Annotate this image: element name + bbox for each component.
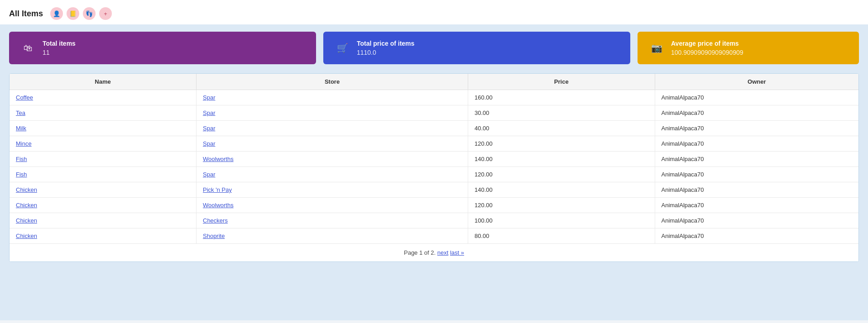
- item-store-cell[interactable]: Spar: [197, 105, 468, 121]
- item-name-cell[interactable]: Fish: [10, 152, 197, 167]
- col-header-price: Price: [468, 74, 655, 90]
- item-store-cell[interactable]: Spar: [197, 90, 468, 105]
- list-icon[interactable]: 📒: [67, 7, 79, 20]
- item-owner-cell: AnimalAlpaca70: [655, 90, 858, 105]
- item-price-cell: 100.00: [468, 213, 655, 228]
- total-price-label: Total price of items: [357, 40, 414, 47]
- table-row: MilkSpar40.00AnimalAlpaca70: [10, 121, 858, 136]
- item-name-cell[interactable]: Fish: [10, 167, 197, 182]
- item-owner-cell: AnimalAlpaca70: [655, 228, 858, 244]
- item-price-cell: 120.00: [468, 167, 655, 182]
- item-owner-cell: AnimalAlpaca70: [655, 198, 858, 213]
- item-price-cell: 140.00: [468, 152, 655, 167]
- item-store-cell[interactable]: Spar: [197, 121, 468, 136]
- item-owner-cell: AnimalAlpaca70: [655, 182, 858, 198]
- item-store-cell[interactable]: Woolworths: [197, 198, 468, 213]
- avg-price-label: Average price of items: [671, 40, 743, 47]
- col-header-owner: Owner: [655, 74, 858, 90]
- item-price-cell: 160.00: [468, 90, 655, 105]
- item-store-cell[interactable]: Pick 'n Pay: [197, 182, 468, 198]
- item-price-cell: 120.00: [468, 136, 655, 152]
- main-content: 🛍 Total items 11 🛒 Total price of items …: [0, 24, 868, 320]
- table-row: CoffeeSpar160.00AnimalAlpaca70: [10, 90, 858, 105]
- table-row: TeaSpar30.00AnimalAlpaca70: [10, 105, 858, 121]
- total-price-icon: 🛒: [334, 40, 350, 56]
- pagination: Page 1 of 2. next last »: [10, 243, 858, 261]
- table-row: FishSpar120.00AnimalAlpaca70: [10, 167, 858, 182]
- item-owner-cell: AnimalAlpaca70: [655, 213, 858, 228]
- item-name-cell[interactable]: Coffee: [10, 90, 197, 105]
- item-owner-cell: AnimalAlpaca70: [655, 167, 858, 182]
- item-price-cell: 120.00: [468, 198, 655, 213]
- stats-row: 🛍 Total items 11 🛒 Total price of items …: [9, 32, 859, 64]
- table-row: ChickenShoprite80.00AnimalAlpaca70: [10, 228, 858, 244]
- item-name-cell[interactable]: Tea: [10, 105, 197, 121]
- avg-price-value: 100.90909090909090909: [671, 49, 743, 56]
- add-icon[interactable]: +: [99, 7, 112, 20]
- col-header-store: Store: [197, 74, 468, 90]
- item-store-cell[interactable]: Checkers: [197, 213, 468, 228]
- table-row: ChickenWoolworths120.00AnimalAlpaca70: [10, 198, 858, 213]
- avg-price-info: Average price of items 100.9090909090909…: [671, 40, 743, 56]
- total-items-card: 🛍 Total items 11: [9, 32, 316, 64]
- item-name-cell[interactable]: Chicken: [10, 213, 197, 228]
- table-row: ChickenCheckers100.00AnimalAlpaca70: [10, 213, 858, 228]
- avg-price-card: 📷 Average price of items 100.90909090909…: [638, 32, 859, 64]
- item-price-cell: 40.00: [468, 121, 655, 136]
- item-store-cell[interactable]: Shoprite: [197, 228, 468, 244]
- col-header-name: Name: [10, 74, 197, 90]
- table-row: ChickenPick 'n Pay140.00AnimalAlpaca70: [10, 182, 858, 198]
- page-header: All Items 👤 📒 👣 +: [0, 0, 868, 24]
- item-store-cell[interactable]: Spar: [197, 136, 468, 152]
- item-owner-cell: AnimalAlpaca70: [655, 136, 858, 152]
- person-icon[interactable]: 👣: [83, 7, 96, 20]
- total-price-info: Total price of items 1110.0: [357, 40, 414, 56]
- user-circle-icon[interactable]: 👤: [50, 7, 63, 20]
- pagination-last[interactable]: last »: [450, 249, 464, 256]
- item-owner-cell: AnimalAlpaca70: [655, 105, 858, 121]
- total-items-value: 11: [43, 49, 76, 56]
- page-title: All Items: [9, 9, 43, 19]
- items-table-container: Name Store Price Owner CoffeeSpar160.00A…: [9, 73, 859, 262]
- total-price-value: 1110.0: [357, 49, 414, 56]
- item-name-cell[interactable]: Chicken: [10, 198, 197, 213]
- total-price-card: 🛒 Total price of items 1110.0: [323, 32, 630, 64]
- item-price-cell: 140.00: [468, 182, 655, 198]
- item-store-cell[interactable]: Woolworths: [197, 152, 468, 167]
- table-header-row: Name Store Price Owner: [10, 74, 858, 90]
- table-row: MinceSpar120.00AnimalAlpaca70: [10, 136, 858, 152]
- item-name-cell[interactable]: Mince: [10, 136, 197, 152]
- item-price-cell: 30.00: [468, 105, 655, 121]
- table-row: FishWoolworths140.00AnimalAlpaca70: [10, 152, 858, 167]
- item-owner-cell: AnimalAlpaca70: [655, 152, 858, 167]
- total-items-label: Total items: [43, 40, 76, 47]
- item-store-cell[interactable]: Spar: [197, 167, 468, 182]
- pagination-text: Page 1 of 2.: [404, 249, 436, 256]
- item-name-cell[interactable]: Chicken: [10, 228, 197, 244]
- item-owner-cell: AnimalAlpaca70: [655, 121, 858, 136]
- total-items-info: Total items 11: [43, 40, 76, 56]
- item-name-cell[interactable]: Chicken: [10, 182, 197, 198]
- items-table: Name Store Price Owner CoffeeSpar160.00A…: [10, 74, 858, 243]
- item-name-cell[interactable]: Milk: [10, 121, 197, 136]
- avg-price-icon: 📷: [648, 40, 665, 56]
- total-items-icon: 🛍: [20, 40, 36, 56]
- item-price-cell: 80.00: [468, 228, 655, 244]
- pagination-next[interactable]: next: [437, 249, 449, 256]
